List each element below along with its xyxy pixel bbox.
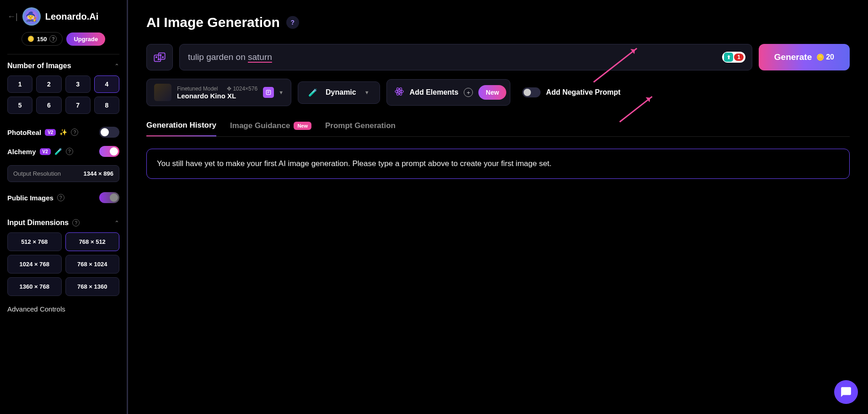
random-prompt-button[interactable] xyxy=(146,44,173,70)
dim-option[interactable]: 1360 × 768 xyxy=(7,277,62,296)
input-dims-title: Input Dimensions xyxy=(7,219,69,227)
prompt-suggestion-badge[interactable]: ⬆ 1 xyxy=(722,52,745,63)
dim-option[interactable]: 1024 × 768 xyxy=(7,255,62,274)
model-thumbnail xyxy=(154,84,171,101)
chevron-up-icon: ⌃ xyxy=(114,220,119,226)
svg-point-12 xyxy=(398,91,400,92)
help-icon[interactable]: ? xyxy=(286,16,299,29)
chat-button[interactable] xyxy=(834,380,858,404)
new-badge: New xyxy=(478,85,506,100)
svg-point-4 xyxy=(160,54,161,55)
credits-amount: 150 xyxy=(37,36,47,43)
chevron-down-icon: ▼ xyxy=(364,90,370,95)
tab-prompt-generation[interactable]: Prompt Generation xyxy=(325,121,396,136)
chevron-down-icon: ▼ xyxy=(279,90,284,95)
add-elements-button[interactable]: Add Elements + New xyxy=(386,79,510,106)
tab-image-guidance[interactable]: Image Guidance New xyxy=(230,121,311,136)
svg-rect-1 xyxy=(159,53,165,59)
num-option-8[interactable]: 8 xyxy=(94,97,119,114)
sparkle-icon: ✨ xyxy=(59,129,67,136)
lightbulb-icon: ⬆ xyxy=(724,53,733,62)
main-content: AI Image Generation ? tulip garden on sa… xyxy=(128,0,868,414)
num-images-title: Number of Images xyxy=(7,62,71,70)
prompt-text: tulip garden on saturn xyxy=(188,52,272,62)
input-dims-grid: 512 × 768768 × 5121024 × 768768 × 102413… xyxy=(7,232,119,296)
help-icon[interactable]: ? xyxy=(57,194,64,201)
plus-icon: + xyxy=(464,88,473,97)
flask-icon: 🧪 xyxy=(54,148,62,155)
page-title: AI Image Generation xyxy=(146,15,280,30)
model-name: Leonardo Kino XL xyxy=(177,92,257,100)
style-label: Dynamic xyxy=(326,88,356,97)
output-res-label: Output Resolution xyxy=(13,170,61,177)
help-icon[interactable]: ? xyxy=(66,148,73,155)
num-option-6[interactable]: 6 xyxy=(36,97,61,114)
empty-state-banner: You still have yet to make your first AI… xyxy=(146,149,850,179)
prompt-input[interactable]: tulip garden on saturn ⬆ 1 xyxy=(179,44,752,70)
brand-name: Leonardo.Ai xyxy=(45,11,99,22)
num-option-3[interactable]: 3 xyxy=(65,75,91,93)
elements-label: Add Elements xyxy=(410,88,459,97)
output-res-value: 1344 × 896 xyxy=(84,170,113,177)
num-option-1[interactable]: 1 xyxy=(7,75,32,93)
num-option-2[interactable]: 2 xyxy=(36,75,61,93)
upgrade-button[interactable]: Upgrade xyxy=(66,32,105,46)
photoreal-label: PhotoReal xyxy=(7,129,41,136)
dim-option[interactable]: 768 × 1024 xyxy=(65,255,120,274)
dice-icon xyxy=(153,51,166,64)
photoreal-toggle[interactable] xyxy=(99,127,119,138)
alchemy-badge: V2 xyxy=(40,148,51,155)
public-images-toggle[interactable] xyxy=(99,192,119,203)
photoreal-badge: V2 xyxy=(45,129,56,136)
num-images-grid: 12345678 xyxy=(7,75,119,114)
prompt-badge-count: 1 xyxy=(734,54,744,61)
alchemy-toggle[interactable] xyxy=(99,146,119,157)
output-resolution: Output Resolution 1344 × 896 xyxy=(7,165,119,182)
coin-icon: 🪙 xyxy=(816,54,824,61)
brand-logo-icon: 🧙 xyxy=(22,7,41,26)
divider xyxy=(7,54,119,54)
model-selector[interactable]: Finetuned Model ✥1024×576 Leonardo Kino … xyxy=(146,79,291,106)
generate-button[interactable]: Generate 🪙 20 xyxy=(759,44,850,70)
alchemy-label: Alchemy xyxy=(7,148,36,156)
back-button[interactable]: ←| xyxy=(7,12,18,22)
num-images-header[interactable]: Number of Images ⌃ xyxy=(7,62,119,70)
negative-prompt-toggle[interactable] xyxy=(522,87,541,97)
sidebar: ←| 🧙 Leonardo.Ai 🪙 150 ? Upgrade Number … xyxy=(0,0,128,414)
generate-count: 20 xyxy=(826,53,834,61)
svg-point-5 xyxy=(162,57,163,58)
prompt-style-icon xyxy=(263,87,274,98)
model-type: Finetuned Model xyxy=(177,86,218,92)
num-option-7[interactable]: 7 xyxy=(65,97,91,114)
coin-icon: 🪙 xyxy=(27,36,34,42)
new-badge: New xyxy=(294,122,311,130)
negative-prompt-label: Add Negative Prompt xyxy=(546,88,621,97)
public-images-label: Public Images xyxy=(7,194,54,202)
generate-label: Generate xyxy=(774,52,812,62)
help-icon[interactable]: ? xyxy=(71,129,78,136)
tabs: Generation History Image Guidance New Pr… xyxy=(146,121,850,137)
tab-generation-history[interactable]: Generation History xyxy=(146,121,216,136)
svg-rect-0 xyxy=(154,55,161,61)
chevron-up-icon: ⌃ xyxy=(114,63,119,70)
atom-icon xyxy=(394,86,404,99)
chat-icon xyxy=(840,386,852,398)
help-icon[interactable]: ? xyxy=(49,35,57,43)
input-dims-header[interactable]: Input Dimensions ? ⌃ xyxy=(7,219,119,227)
style-selector[interactable]: 🧪 Dynamic ▼ xyxy=(298,81,380,104)
svg-point-3 xyxy=(158,59,159,60)
model-dims: ✥1024×576 xyxy=(227,86,257,92)
svg-point-2 xyxy=(156,57,157,58)
dim-option[interactable]: 512 × 768 xyxy=(7,232,62,251)
dim-option[interactable]: 768 × 1360 xyxy=(65,277,120,296)
flask-icon: 🧪 xyxy=(308,88,317,97)
num-option-4[interactable]: 4 xyxy=(94,75,119,93)
dim-option[interactable]: 768 × 512 xyxy=(65,232,120,251)
credits-pill[interactable]: 🪙 150 ? xyxy=(21,32,63,46)
help-icon[interactable]: ? xyxy=(72,219,80,226)
advanced-controls[interactable]: Advanced Controls xyxy=(7,305,119,313)
num-option-5[interactable]: 5 xyxy=(7,97,32,114)
